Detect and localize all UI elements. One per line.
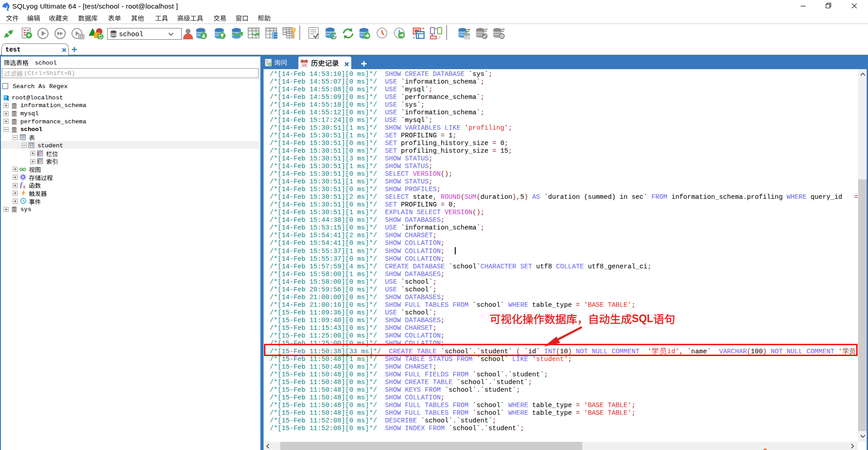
svg-text:18: 18 xyxy=(302,62,307,67)
svg-text:x: x xyxy=(23,184,26,188)
svg-text:f: f xyxy=(20,182,23,188)
